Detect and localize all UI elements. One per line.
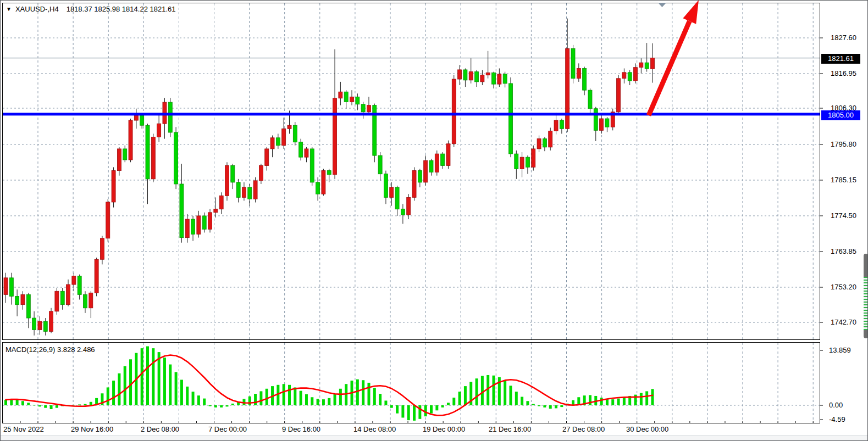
time-axis-label: 9 Dec 16:00 bbox=[282, 425, 320, 433]
mt4-chart-window: ▼ XAUUSD-,H4 1818.37 1825.98 1814.22 182… bbox=[0, 0, 868, 441]
time-axis-label: 14 Dec 08:00 bbox=[353, 425, 396, 433]
macd-axis-label: 0.00 bbox=[829, 401, 843, 410]
scrollbar-thumb[interactable] bbox=[864, 254, 868, 338]
window-bottom-strip bbox=[1, 435, 868, 441]
time-axis-label: 7 Dec 00:00 bbox=[208, 425, 247, 433]
price-axis-label: 1763.85 bbox=[831, 247, 856, 256]
symbol-timeframe-label: XAUUSD-,H4 bbox=[15, 5, 59, 13]
macd-panel-area[interactable] bbox=[2, 342, 820, 423]
macd-axis-label: -4.59 bbox=[829, 415, 845, 424]
ohlc-values: 1818.37 1825.98 1814.22 1821.61 bbox=[67, 5, 176, 13]
ohlc-header: ▼ XAUUSD-,H4 1818.37 1825.98 1814.22 182… bbox=[6, 5, 175, 13]
time-axis-label: 29 Nov 16:00 bbox=[71, 425, 113, 433]
time-axis-label: 2 Dec 08:00 bbox=[141, 425, 179, 433]
macd-axis-label: 13.859 bbox=[829, 346, 851, 355]
symbol-dropdown-icon[interactable]: ▼ bbox=[6, 5, 12, 13]
time-axis-label: 19 Dec 00:00 bbox=[423, 425, 465, 433]
price-axis-label: 1795.80 bbox=[831, 140, 856, 149]
scrollbar-stripes bbox=[864, 277, 868, 330]
price-axis-label: 1753.20 bbox=[831, 283, 856, 292]
level-price-badge: 1805.00 bbox=[821, 110, 860, 120]
time-axis-label: 30 Dec 00:00 bbox=[626, 425, 668, 433]
price-axis-label: 1816.95 bbox=[831, 69, 856, 78]
price-axis-label: 1785.15 bbox=[831, 176, 856, 185]
price-axis-label: 1742.70 bbox=[831, 318, 856, 327]
price-axis-label: 1827.60 bbox=[831, 34, 856, 42]
price-axis-label: 1774.50 bbox=[831, 211, 856, 220]
main-chart-area[interactable] bbox=[2, 3, 820, 340]
current-price-badge: 1821.61 bbox=[821, 54, 860, 64]
time-axis-label: 27 Dec 08:00 bbox=[562, 425, 605, 433]
time-axis-label: 25 Nov 2022 bbox=[3, 425, 44, 433]
time-axis[interactable] bbox=[2, 424, 820, 435]
macd-indicator-label: MACD(12,26,9) 3.828 2.486 bbox=[5, 345, 95, 354]
time-axis-label: 21 Dec 16:00 bbox=[489, 425, 531, 433]
